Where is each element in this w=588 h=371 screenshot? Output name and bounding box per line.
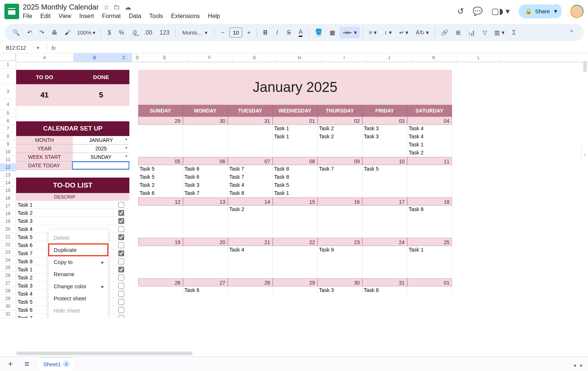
row-header-24[interactable]: 24 [0, 256, 16, 264]
context-duplicate[interactable]: Duplicate [49, 244, 108, 256]
add-sheet-icon[interactable]: + [5, 358, 16, 370]
calendar-task-cell[interactable]: Task 8 [362, 286, 407, 295]
date-cell[interactable]: 18 [407, 197, 452, 206]
italic-icon[interactable]: I [272, 27, 282, 38]
calendar-task-cell[interactable] [138, 125, 183, 133]
calendar-task-cell[interactable]: Task 1 [273, 133, 318, 141]
paint-format-icon[interactable]: 🖌 [62, 27, 74, 38]
calendar-task-cell[interactable] [273, 270, 318, 278]
calendar-task-cell[interactable] [183, 262, 228, 270]
fill-color-icon[interactable]: 🪣 [312, 26, 325, 39]
col-header-A[interactable]: A [16, 53, 74, 62]
calendar-task-cell[interactable]: Task 3 [183, 181, 228, 189]
date-cell[interactable]: 09 [318, 157, 362, 165]
calendar-task-cell[interactable]: Task 2 [407, 149, 452, 157]
text-rotation-icon[interactable]: A↻ ▾ [413, 27, 432, 38]
todo-checkbox[interactable] [118, 210, 124, 216]
date-cell[interactable]: 11 [407, 157, 452, 165]
menu-data[interactable]: Data [129, 13, 141, 19]
menu-file[interactable]: File [23, 13, 32, 19]
row-header-4[interactable]: 4 [0, 99, 16, 110]
menu-view[interactable]: View [58, 13, 71, 19]
date-cell[interactable]: 28 [228, 278, 273, 286]
row-header-20[interactable]: 20 [0, 225, 16, 233]
strikethrough-icon[interactable]: S [284, 27, 294, 38]
calendar-task-cell[interactable] [318, 173, 362, 181]
calendar-task-cell[interactable]: Task 1 [273, 189, 318, 197]
date-cell[interactable]: 19 [138, 238, 183, 246]
row-header-22[interactable]: 22 [0, 241, 16, 249]
calendar-task-cell[interactable]: Task 8 [273, 173, 318, 181]
calendar-task-cell[interactable] [228, 149, 273, 157]
date-cell[interactable]: 24 [362, 238, 407, 246]
calendar-task-cell[interactable]: Task 8 [273, 165, 318, 173]
row-header-12[interactable]: 12 [0, 164, 16, 171]
row-header-23[interactable]: 23 [0, 249, 16, 256]
col-header-E[interactable]: E [143, 53, 187, 62]
calendar-task-cell[interactable] [362, 173, 407, 181]
calendar-task-cell[interactable] [183, 125, 228, 133]
context-change-color[interactable]: Change color [49, 280, 108, 292]
calendar-task-cell[interactable] [183, 270, 228, 278]
move-folder-icon[interactable]: 🗀 [114, 3, 120, 11]
print-icon[interactable]: 🖶 [49, 27, 60, 38]
date-cell[interactable]: 07 [228, 157, 273, 165]
todo-checkbox[interactable] [118, 267, 124, 272]
text-color-icon[interactable]: A [295, 26, 306, 39]
calendar-task-cell[interactable] [407, 165, 452, 173]
menu-edit[interactable]: Edit [40, 13, 51, 19]
row-header-11[interactable]: 11 [0, 156, 16, 164]
comments-icon[interactable]: 💬 [473, 7, 483, 16]
scroll-right-icon[interactable]: ▸ [580, 362, 583, 368]
merge-cells-icon[interactable]: ⇥⇤ ▾ [340, 27, 359, 38]
borders-icon[interactable]: ▦ [327, 27, 338, 38]
calendar-task-cell[interactable] [362, 214, 407, 222]
row-header-16[interactable]: 16 [0, 195, 16, 202]
calendar-task-cell[interactable]: Task 2 [318, 125, 362, 133]
calendar-task-cell[interactable] [273, 246, 318, 254]
row-header-10[interactable]: 10 [0, 148, 16, 156]
todo-checkbox[interactable] [118, 250, 124, 256]
row-header-26[interactable]: 26 [0, 272, 16, 279]
row-header-15[interactable]: 15 [0, 187, 16, 195]
calendar-task-cell[interactable] [318, 149, 362, 157]
todo-checkbox[interactable] [118, 242, 124, 248]
calendar-task-cell[interactable] [407, 286, 452, 295]
context-protect-sheet[interactable]: Protect sheet [49, 292, 108, 304]
row-header-8[interactable]: 8 [0, 133, 16, 140]
font-select[interactable]: Monts... ▾ [179, 28, 211, 38]
menu-format[interactable]: Format [102, 13, 121, 19]
calendar-task-cell[interactable]: Task 2 [318, 133, 362, 141]
date-cell[interactable]: 05 [138, 157, 183, 165]
col-header-G[interactable]: G [232, 53, 277, 62]
date-cell[interactable]: 17 [362, 197, 407, 206]
horizontal-scrollbar[interactable] [16, 350, 581, 356]
calendar-task-cell[interactable] [318, 270, 362, 278]
date-cell[interactable]: 26 [138, 278, 183, 286]
calendar-task-cell[interactable] [362, 206, 407, 214]
calendar-task-cell[interactable] [407, 270, 452, 278]
setup-value[interactable]: JANUARY [73, 136, 129, 144]
calendar-task-cell[interactable]: Task 7 [228, 165, 273, 173]
todo-checkbox[interactable] [118, 315, 124, 318]
calendar-task-cell[interactable] [273, 141, 318, 149]
date-cell[interactable]: 10 [362, 157, 407, 165]
date-cell[interactable]: 21 [228, 238, 273, 246]
date-cell[interactable]: 25 [407, 238, 452, 246]
setup-value[interactable]: 2025 [73, 145, 129, 153]
calendar-task-cell[interactable]: Task 7 [318, 165, 362, 173]
calendar-task-cell[interactable] [318, 206, 362, 214]
calendar-task-cell[interactable] [407, 262, 452, 270]
calendar-task-cell[interactable]: Task 1 [407, 246, 452, 254]
calendar-task-cell[interactable] [228, 270, 273, 278]
calendar-task-cell[interactable]: Task 3 [318, 286, 362, 295]
row-header-28[interactable]: 28 [0, 287, 16, 295]
calendar-task-cell[interactable]: Task 7 [183, 189, 228, 197]
meet-camera-icon[interactable]: ▢◗ ▾ [491, 7, 510, 16]
calendar-task-cell[interactable] [318, 222, 362, 230]
todo-description[interactable]: Task 3 [16, 218, 113, 224]
document-title[interactable]: 2025 Monthly Calendar [23, 3, 99, 11]
calendar-task-cell[interactable] [318, 141, 362, 149]
name-box[interactable]: B12:C12 [4, 43, 34, 52]
calendar-task-cell[interactable]: Task 3 [362, 125, 407, 133]
